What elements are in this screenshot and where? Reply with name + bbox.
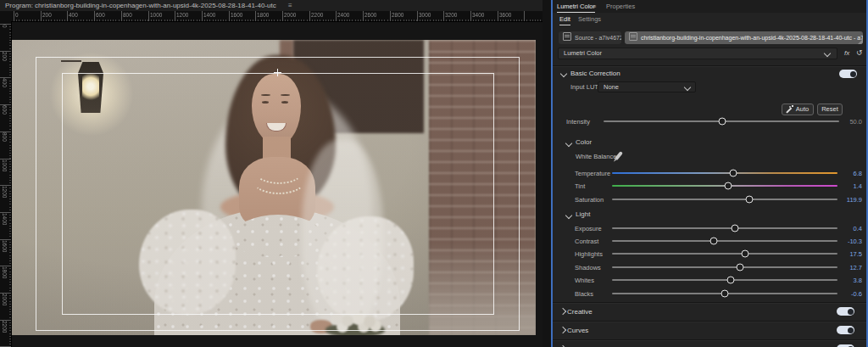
slider-track[interactable] <box>612 253 837 255</box>
effect-selector-value: Lumetri Color <box>564 49 602 57</box>
section-label: Creative <box>567 308 593 316</box>
panel-menu-icon[interactable]: ≡ <box>288 2 292 9</box>
slider-handle[interactable] <box>745 195 753 203</box>
chevron-down-icon <box>684 84 691 91</box>
effect-selector-dropdown[interactable]: Lumetri Color <box>558 48 837 59</box>
tab-properties[interactable]: Properties <box>606 3 635 10</box>
color-section-header[interactable]: Color <box>576 138 592 146</box>
reset-button[interactable]: Reset <box>817 104 843 115</box>
slider-value[interactable]: 6.8 <box>837 169 862 176</box>
slider-handle[interactable] <box>729 169 737 176</box>
slider-handle[interactable] <box>731 224 738 232</box>
section-toggle[interactable] <box>837 326 854 334</box>
slider-track[interactable] <box>612 199 837 200</box>
ruler-h-label: 800 <box>123 12 132 17</box>
slider-handle[interactable] <box>724 182 732 190</box>
slider-value[interactable]: -10.3 <box>837 238 862 245</box>
chevron-down-icon <box>824 50 831 57</box>
slider-value[interactable]: 3.8 <box>837 277 862 284</box>
ruler-h-label: 2400 <box>337 12 349 17</box>
slider-value[interactable]: 119.9 <box>837 195 862 203</box>
slider-track[interactable] <box>612 240 837 242</box>
slider-handle[interactable] <box>726 277 734 284</box>
slider-handle[interactable] <box>709 238 717 245</box>
slider-track[interactable] <box>604 120 839 122</box>
ruler-h-label: 2000 <box>284 12 296 17</box>
auto-button[interactable]: Auto <box>782 104 814 115</box>
ruler-h-label: 2600 <box>364 12 376 17</box>
slider-row-saturation: Saturation119.9 <box>553 193 866 206</box>
ruler-v-label: 1200 <box>2 186 7 198</box>
premiere-workspace: Program: christianborg-building-in-copen… <box>0 0 868 347</box>
slider-handle[interactable] <box>719 118 726 126</box>
divider <box>553 65 866 66</box>
slider-value[interactable]: -0.6 <box>837 289 862 297</box>
ruler-h-label: 1400 <box>203 12 215 17</box>
ruler-v-label: 800 <box>2 132 7 142</box>
ruler-v-label: 200 <box>2 52 7 61</box>
section-toggle[interactable] <box>837 307 854 316</box>
slider-handle[interactable] <box>736 263 743 271</box>
slider-track[interactable] <box>612 172 837 174</box>
chevron-right-icon[interactable] <box>559 327 566 333</box>
ruler-h-label: 3000 <box>419 12 431 17</box>
slider-track[interactable] <box>612 185 837 187</box>
horizontal-ruler: 0200400600800100012001400160018002000220… <box>12 11 542 22</box>
chevron-down-icon[interactable] <box>560 70 567 77</box>
section-row-creative[interactable]: Creative <box>553 305 866 318</box>
slider-row-shadows: Shadows12.7 <box>553 260 866 273</box>
slider-row-whites: Whites3.8 <box>553 274 866 287</box>
slider-row-highlights: Highlights17.5 <box>553 248 866 260</box>
panel-menu-icon[interactable]: ≡ <box>593 3 596 10</box>
slider-label: Temperature <box>575 169 610 176</box>
basic-correction-toggle[interactable] <box>839 70 857 78</box>
slider-value[interactable]: 0.4 <box>837 224 862 232</box>
slider-handle[interactable] <box>721 289 729 297</box>
clip-icon <box>629 32 637 41</box>
ruler-h-label: 3600 <box>499 12 511 17</box>
ruler-v-label: 600 <box>2 105 7 115</box>
crop-center-handle[interactable] <box>274 69 281 76</box>
selected-clip-tab[interactable]: christianborg-building-in-copenhagen-wit… <box>625 31 863 44</box>
crop-guide-inner[interactable] <box>62 73 494 315</box>
section-row-color-wheels-match[interactable]: Color Wheels & Match <box>553 342 866 347</box>
slider-row-exposure: Exposure0.4 <box>553 221 866 234</box>
source-clip-tab[interactable]: Source - a7iv4672.M... <box>559 31 621 44</box>
slider-handle[interactable] <box>741 250 748 258</box>
ruler-h-label: 1800 <box>257 12 269 17</box>
divider <box>553 302 866 303</box>
subtab-edit[interactable]: Edit <box>559 15 570 23</box>
slider-value[interactable]: 17.5 <box>837 250 862 258</box>
reset-effect-icon[interactable]: ↺ <box>856 48 863 57</box>
program-panel-titlebar[interactable]: Program: christianborg-building-in-copen… <box>0 0 542 11</box>
section-row-curves[interactable]: Curves <box>553 323 866 337</box>
fx-badge-icon[interactable]: fx <box>844 49 849 57</box>
input-lut-value: None <box>604 83 619 91</box>
light-section-header[interactable]: Light <box>576 210 590 218</box>
slider-value[interactable]: 50.0 <box>837 118 862 126</box>
program-video-frame[interactable] <box>12 40 536 335</box>
ruler-h-label: 200 <box>42 12 52 17</box>
basic-correction-header[interactable]: Basic Correction <box>570 70 620 77</box>
slider-track[interactable] <box>612 279 837 281</box>
input-lut-label: Input LUT <box>570 83 598 91</box>
divider <box>553 339 866 340</box>
input-lut-dropdown[interactable]: None <box>598 81 696 92</box>
source-clip-label: Source - a7iv4672.M... <box>575 35 621 41</box>
selected-clip-label: christianborg-building-in-copenhagen-wit… <box>641 35 863 41</box>
tab-lumetri-color[interactable]: Lumetri Color <box>557 3 595 10</box>
subtab-settings[interactable]: Settings <box>578 15 601 23</box>
chevron-right-icon[interactable] <box>559 308 566 315</box>
slider-track[interactable] <box>612 293 837 294</box>
slider-value[interactable]: 1.4 <box>837 182 862 190</box>
chevron-down-icon[interactable] <box>565 212 572 219</box>
slider-track[interactable] <box>612 227 837 229</box>
ruler-h-label: 400 <box>69 12 78 17</box>
ruler-h-label: 1600 <box>231 12 242 17</box>
chevron-down-icon[interactable] <box>565 140 572 147</box>
slider-value[interactable]: 12.7 <box>837 263 862 271</box>
intensity-row: Intensity50.0 <box>553 121 866 133</box>
slider-label: Saturation <box>575 195 604 203</box>
slider-track[interactable] <box>612 266 837 268</box>
slider-row-tint: Tint1.4 <box>553 180 866 193</box>
